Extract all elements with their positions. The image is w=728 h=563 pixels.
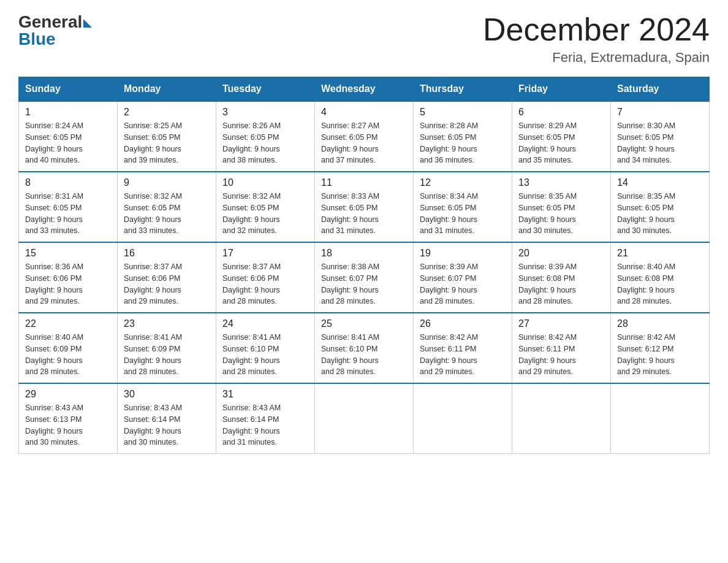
day-info: Sunrise: 8:26 AMSunset: 6:05 PMDaylight:… (222, 120, 308, 166)
day-info: Sunrise: 8:42 AMSunset: 6:11 PMDaylight:… (518, 332, 604, 378)
day-cell: 12Sunrise: 8:34 AMSunset: 6:05 PMDayligh… (414, 172, 512, 242)
day-cell: 17Sunrise: 8:37 AMSunset: 6:06 PMDayligh… (216, 242, 315, 313)
day-info: Sunrise: 8:42 AMSunset: 6:11 PMDaylight:… (420, 332, 506, 378)
day-number: 10 (222, 177, 308, 188)
day-cell: 26Sunrise: 8:42 AMSunset: 6:11 PMDayligh… (414, 313, 512, 383)
day-info: Sunrise: 8:38 AMSunset: 6:07 PMDaylight:… (321, 261, 407, 307)
header-saturday: Saturday (611, 77, 710, 102)
day-info: Sunrise: 8:40 AMSunset: 6:08 PMDaylight:… (617, 261, 703, 307)
day-number: 6 (518, 107, 604, 118)
day-cell (611, 383, 710, 454)
day-cell: 7Sunrise: 8:30 AMSunset: 6:05 PMDaylight… (611, 101, 710, 172)
header-thursday: Thursday (414, 77, 512, 102)
day-cell: 31Sunrise: 8:43 AMSunset: 6:14 PMDayligh… (216, 383, 315, 454)
day-number: 25 (321, 318, 407, 329)
day-number: 16 (124, 248, 210, 259)
header-sunday: Sunday (19, 77, 118, 102)
day-info: Sunrise: 8:28 AMSunset: 6:05 PMDaylight:… (420, 120, 506, 166)
day-info: Sunrise: 8:43 AMSunset: 6:13 PMDaylight:… (25, 402, 111, 448)
day-cell: 9Sunrise: 8:32 AMSunset: 6:05 PMDaylight… (118, 172, 216, 242)
location-subtitle: Feria, Extremadura, Spain (483, 50, 710, 66)
day-info: Sunrise: 8:39 AMSunset: 6:07 PMDaylight:… (420, 261, 506, 307)
day-cell: 15Sunrise: 8:36 AMSunset: 6:06 PMDayligh… (19, 242, 118, 313)
month-year-title: December 2024 (483, 12, 710, 47)
header-friday: Friday (512, 77, 611, 102)
day-info: Sunrise: 8:35 AMSunset: 6:05 PMDaylight:… (518, 191, 604, 237)
day-cell: 23Sunrise: 8:41 AMSunset: 6:09 PMDayligh… (118, 313, 216, 383)
day-info: Sunrise: 8:29 AMSunset: 6:05 PMDaylight:… (518, 120, 604, 166)
logo-blue-text: Blue (18, 29, 56, 49)
day-cell: 20Sunrise: 8:39 AMSunset: 6:08 PMDayligh… (512, 242, 611, 313)
day-info: Sunrise: 8:43 AMSunset: 6:14 PMDaylight:… (222, 402, 308, 448)
day-info: Sunrise: 8:36 AMSunset: 6:06 PMDaylight:… (25, 261, 111, 307)
week-row-1: 1Sunrise: 8:24 AMSunset: 6:05 PMDaylight… (19, 101, 710, 172)
day-number: 24 (222, 318, 308, 329)
day-cell: 16Sunrise: 8:37 AMSunset: 6:06 PMDayligh… (118, 242, 216, 313)
day-info: Sunrise: 8:42 AMSunset: 6:12 PMDaylight:… (617, 332, 703, 378)
day-number: 31 (222, 389, 308, 400)
day-number: 14 (617, 177, 703, 188)
day-info: Sunrise: 8:41 AMSunset: 6:09 PMDaylight:… (124, 332, 210, 378)
day-number: 7 (617, 107, 703, 118)
day-number: 18 (321, 248, 407, 259)
day-number: 30 (124, 389, 210, 400)
day-cell: 22Sunrise: 8:40 AMSunset: 6:09 PMDayligh… (19, 313, 118, 383)
day-number: 26 (420, 318, 506, 329)
header-wednesday: Wednesday (315, 77, 414, 102)
day-info: Sunrise: 8:27 AMSunset: 6:05 PMDaylight:… (321, 120, 407, 166)
day-number: 13 (518, 177, 604, 188)
day-cell: 4Sunrise: 8:27 AMSunset: 6:05 PMDaylight… (315, 101, 414, 172)
calendar-header-row: SundayMondayTuesdayWednesdayThursdayFrid… (19, 77, 710, 102)
day-cell: 30Sunrise: 8:43 AMSunset: 6:14 PMDayligh… (118, 383, 216, 454)
day-number: 3 (222, 107, 308, 118)
day-cell: 27Sunrise: 8:42 AMSunset: 6:11 PMDayligh… (512, 313, 611, 383)
day-number: 15 (25, 248, 111, 259)
day-info: Sunrise: 8:32 AMSunset: 6:05 PMDaylight:… (124, 191, 210, 237)
day-number: 5 (420, 107, 506, 118)
week-row-4: 22Sunrise: 8:40 AMSunset: 6:09 PMDayligh… (19, 313, 710, 383)
day-info: Sunrise: 8:37 AMSunset: 6:06 PMDaylight:… (124, 261, 210, 307)
day-number: 29 (25, 389, 111, 400)
day-info: Sunrise: 8:31 AMSunset: 6:05 PMDaylight:… (25, 191, 111, 237)
logo-arrow-icon (83, 19, 92, 28)
day-cell: 3Sunrise: 8:26 AMSunset: 6:05 PMDaylight… (216, 101, 315, 172)
day-number: 12 (420, 177, 506, 188)
week-row-3: 15Sunrise: 8:36 AMSunset: 6:06 PMDayligh… (19, 242, 710, 313)
day-number: 27 (518, 318, 604, 329)
day-number: 11 (321, 177, 407, 188)
header-monday: Monday (118, 77, 216, 102)
day-number: 2 (124, 107, 210, 118)
day-number: 28 (617, 318, 703, 329)
day-info: Sunrise: 8:32 AMSunset: 6:05 PMDaylight:… (222, 191, 308, 237)
week-row-5: 29Sunrise: 8:43 AMSunset: 6:13 PMDayligh… (19, 383, 710, 454)
day-number: 1 (25, 107, 111, 118)
day-number: 22 (25, 318, 111, 329)
day-info: Sunrise: 8:25 AMSunset: 6:05 PMDaylight:… (124, 120, 210, 166)
day-cell (315, 383, 414, 454)
day-cell: 5Sunrise: 8:28 AMSunset: 6:05 PMDaylight… (414, 101, 512, 172)
day-number: 9 (124, 177, 210, 188)
day-cell: 13Sunrise: 8:35 AMSunset: 6:05 PMDayligh… (512, 172, 611, 242)
day-info: Sunrise: 8:40 AMSunset: 6:09 PMDaylight:… (25, 332, 111, 378)
day-info: Sunrise: 8:33 AMSunset: 6:05 PMDaylight:… (321, 191, 407, 237)
day-number: 8 (25, 177, 111, 188)
week-row-2: 8Sunrise: 8:31 AMSunset: 6:05 PMDaylight… (19, 172, 710, 242)
day-info: Sunrise: 8:37 AMSunset: 6:06 PMDaylight:… (222, 261, 308, 307)
day-number: 23 (124, 318, 210, 329)
day-info: Sunrise: 8:24 AMSunset: 6:05 PMDaylight:… (25, 120, 111, 166)
page-header: General Blue December 2024 Feria, Extrem… (18, 12, 710, 66)
day-cell: 18Sunrise: 8:38 AMSunset: 6:07 PMDayligh… (315, 242, 414, 313)
logo: General Blue (18, 12, 92, 49)
day-cell: 25Sunrise: 8:41 AMSunset: 6:10 PMDayligh… (315, 313, 414, 383)
day-cell: 1Sunrise: 8:24 AMSunset: 6:05 PMDaylight… (19, 101, 118, 172)
day-cell (512, 383, 611, 454)
day-info: Sunrise: 8:30 AMSunset: 6:05 PMDaylight:… (617, 120, 703, 166)
day-info: Sunrise: 8:41 AMSunset: 6:10 PMDaylight:… (222, 332, 308, 378)
day-cell (414, 383, 512, 454)
header-tuesday: Tuesday (216, 77, 315, 102)
day-number: 19 (420, 248, 506, 259)
day-cell: 19Sunrise: 8:39 AMSunset: 6:07 PMDayligh… (414, 242, 512, 313)
day-number: 4 (321, 107, 407, 118)
day-number: 17 (222, 248, 308, 259)
day-cell: 24Sunrise: 8:41 AMSunset: 6:10 PMDayligh… (216, 313, 315, 383)
